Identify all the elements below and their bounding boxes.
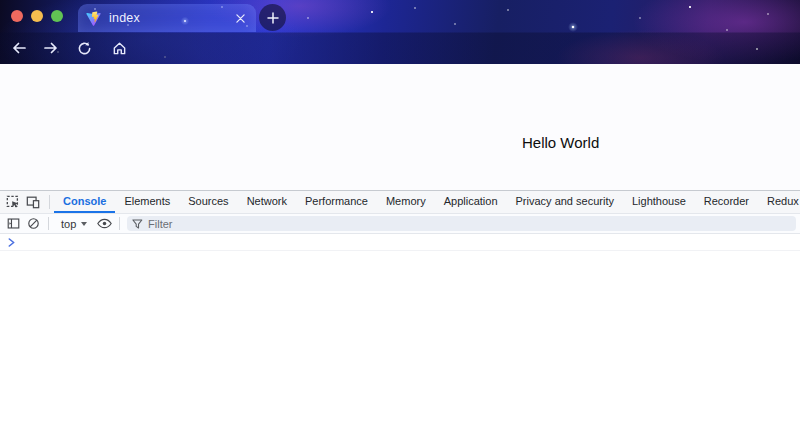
funnel-filter-icon	[132, 219, 143, 229]
browser-chrome: index	[0, 0, 800, 64]
devtools-tab-bar: ConsoleElementsSourcesNetworkPerformance…	[0, 191, 800, 214]
window-minimize-button[interactable]	[31, 10, 43, 22]
tab-close-icon[interactable]	[232, 10, 248, 26]
console-sidebar-icon[interactable]	[3, 215, 23, 233]
window-zoom-button[interactable]	[51, 10, 63, 22]
chevron-down-icon	[81, 222, 87, 226]
javascript-context-dropdown[interactable]: top	[54, 218, 94, 230]
tab-performance[interactable]: Performance	[296, 191, 377, 213]
home-button[interactable]	[106, 35, 132, 61]
tab-title: index	[109, 11, 232, 25]
back-button[interactable]	[6, 35, 32, 61]
tab-strip: index	[0, 0, 800, 32]
tab-recorder[interactable]: Recorder	[695, 191, 758, 213]
devtools-panel: ConsoleElementsSourcesNetworkPerformance…	[0, 190, 800, 421]
reload-button[interactable]	[71, 35, 97, 61]
tab-memory[interactable]: Memory	[377, 191, 435, 213]
clear-console-icon[interactable]	[23, 215, 43, 233]
tab-privacy-and-security[interactable]: Privacy and security	[507, 191, 623, 213]
console-prompt[interactable]	[0, 234, 800, 251]
filter-input[interactable]	[148, 218, 791, 230]
console-filter-field[interactable]	[127, 216, 796, 231]
divider	[48, 217, 49, 230]
browser-window: index	[0, 0, 800, 421]
device-toolbar-icon[interactable]	[23, 192, 43, 212]
page-content: Hello World	[0, 64, 800, 190]
window-close-button[interactable]	[11, 10, 23, 22]
devtools-tabs: ConsoleElementsSourcesNetworkPerformance…	[54, 191, 800, 213]
divider	[119, 217, 120, 230]
tab-application[interactable]: Application	[435, 191, 507, 213]
tab-sources[interactable]: Sources	[179, 191, 237, 213]
new-tab-button[interactable]	[259, 4, 286, 31]
browser-tab[interactable]: index	[78, 4, 256, 32]
navigation-bar: localhost:3000/index G	[0, 32, 800, 64]
divider	[49, 195, 50, 209]
live-expression-eye-icon[interactable]	[94, 215, 114, 233]
plus-icon	[267, 12, 279, 24]
tab-elements[interactable]: Elements	[115, 191, 179, 213]
console-toolbar: top	[0, 214, 800, 234]
page-text: Hello World	[522, 134, 599, 151]
tab-redux[interactable]: Redux	[758, 191, 800, 213]
window-controls	[11, 10, 63, 22]
context-label: top	[61, 218, 76, 230]
inspect-element-icon[interactable]	[3, 192, 23, 212]
vite-favicon-icon	[86, 11, 101, 26]
tab-lighthouse[interactable]: Lighthouse	[623, 191, 695, 213]
tab-network[interactable]: Network	[238, 191, 296, 213]
tab-console[interactable]: Console	[54, 191, 115, 213]
console-prompt-chevron-icon	[8, 238, 15, 247]
forward-button[interactable]	[38, 35, 64, 61]
